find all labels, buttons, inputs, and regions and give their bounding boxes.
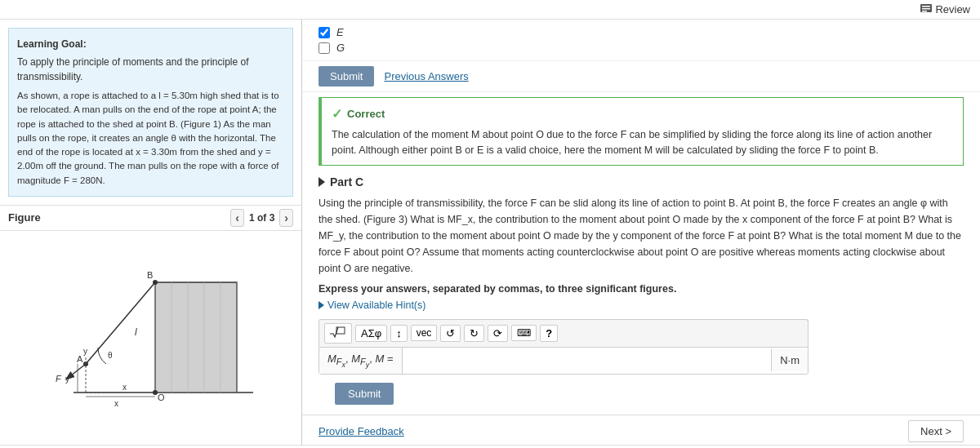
prev-figure-button[interactable]: ‹ [230,209,244,227]
review-button[interactable]: Review [920,3,970,16]
main-layout: Learning Goal: To apply the principle of… [0,20,980,445]
figure-header: Figure ‹ 1 of 3 › [0,205,301,231]
right-scroll: E G Submit Previous Answers ✓ Correct Th… [302,20,980,445]
figure-label: Figure [8,211,41,224]
option-g: G [318,42,964,54]
learning-goal-description: As shown, a rope is attached to a l = 5.… [17,89,284,188]
top-bar: Review [0,0,980,20]
provide-feedback-link[interactable]: Provide Feedback [318,425,404,437]
bottom-submit-row: Submit [318,383,964,410]
svg-text:F: F [56,374,62,384]
triangle-icon [318,177,325,187]
part-c-label: Part C [330,175,363,189]
answer-unit: N·m [771,349,808,371]
correct-banner: ✓ Correct The calculation of the moment … [318,97,964,166]
vec-button[interactable]: vec [411,325,438,341]
answer-input-row: MFx, MFy, M = N·m [318,347,808,375]
answer-input[interactable] [403,349,772,371]
correct-description: The calculation of the moment M about po… [332,127,953,158]
redo-button[interactable]: ↻ [464,325,484,342]
svg-rect-2 [922,8,930,10]
next-figure-button[interactable]: › [279,209,293,227]
svg-rect-5 [155,282,237,393]
help-button[interactable]: ? [540,325,558,342]
submit-row: Submit Previous Answers [302,61,980,92]
express-answers: Express your answers, separated by comma… [318,283,964,295]
sigma-button[interactable]: ΑΣφ [355,325,387,342]
part-c-text: Using the principle of transmissibility,… [318,195,964,277]
math-toolbar: ΑΣφ ↕ vec ↺ ↻ ⟳ ⌨ ? [318,319,808,347]
svg-text:A: A [77,354,83,364]
previous-answers-link[interactable]: Previous Answers [384,70,468,82]
svg-text:B: B [147,270,153,280]
check-icon: ✓ [332,104,342,124]
pearson-footer: P Pearson [0,445,980,448]
answer-label: MFx, MFy, M = [319,348,403,375]
option-e-label: E [336,26,344,38]
undo-button[interactable]: ↺ [440,325,461,342]
option-e: E [318,26,964,38]
correct-text: Correct [347,106,385,122]
svg-line-13 [86,282,155,364]
submit-bottom-button[interactable]: Submit [335,383,394,405]
sqrt-icon [330,326,346,339]
view-hints-link[interactable]: View Available Hint(s) [318,299,964,311]
checkbox-e[interactable] [318,27,330,38]
sqrt-button[interactable] [324,323,352,344]
arrow-updown-button[interactable]: ↕ [390,325,408,342]
learning-goal-box: Learning Goal: To apply the principle of… [8,28,293,197]
svg-text:x: x [114,399,118,408]
left-panel: Learning Goal: To apply the principle of… [0,20,302,445]
figure-svg: B A θ F [41,258,261,417]
next-button[interactable]: Next > [908,420,964,442]
svg-text:l: l [135,326,137,338]
submit-button[interactable]: Submit [318,66,374,86]
svg-rect-1 [922,6,930,7]
svg-rect-3 [922,11,927,12]
checkbox-g[interactable] [318,42,330,54]
svg-text:x: x [122,383,127,392]
learning-goal-text: To apply the principle of moments and th… [17,55,284,84]
figure-content: B A θ F [0,231,301,445]
options-area: E G [302,20,980,61]
option-g-label: G [336,42,345,54]
figure-nav: ‹ 1 of 3 › [230,209,293,227]
figure-area: Figure ‹ 1 of 3 › [0,205,301,445]
part-c-header: Part C [318,175,964,189]
keyboard-button[interactable]: ⌨ [511,325,537,341]
review-icon [920,4,932,16]
svg-text:y: y [83,347,87,356]
svg-line-17 [67,364,86,379]
svg-text:θ: θ [108,351,113,360]
review-label: Review [935,3,970,16]
hint-triangle-icon [318,301,324,309]
hints-label: View Available Hint(s) [327,299,425,311]
learning-goal-title: Learning Goal: [17,37,284,51]
svg-text:O: O [158,393,165,402]
figure-page: 1 of 3 [249,212,274,224]
reset-button[interactable]: ⟳ [488,325,508,342]
correct-label: ✓ Correct [332,104,953,124]
footer: Provide Feedback Next > [302,415,980,445]
part-c-section: Part C Using the principle of transmissi… [302,171,980,415]
right-panel: E G Submit Previous Answers ✓ Correct Th… [302,20,980,445]
svg-text:y: y [65,375,69,384]
